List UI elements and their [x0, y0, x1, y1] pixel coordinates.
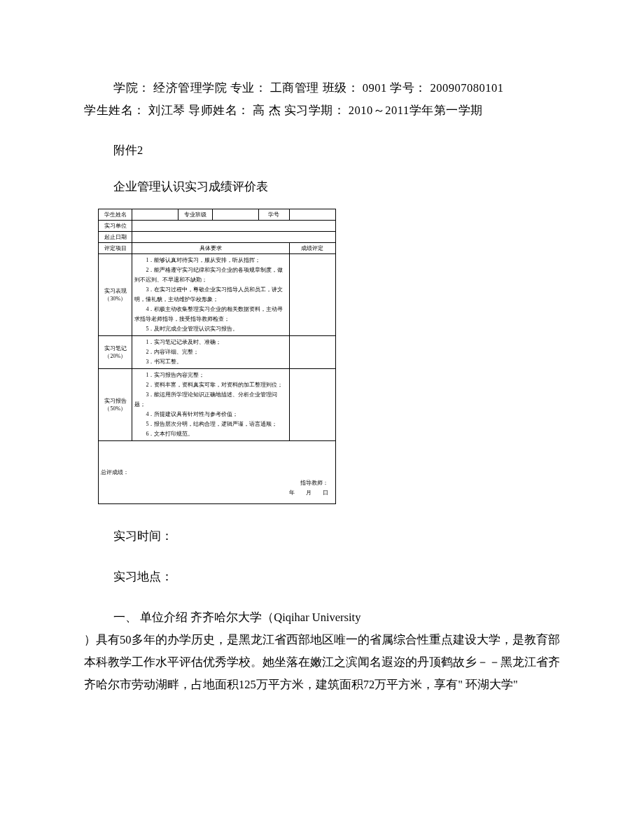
section-1-body: ）具有50多年的办学历史，是黑龙江省西部地区唯一的省属综合性重点建设大学，是教育…: [84, 629, 560, 696]
col-evaluation-item: 评定项目: [99, 243, 132, 254]
row-report-req: 1．实习报告内容完整； 2．资料丰富，资料真实可靠，对资料的加工整理到位； 3．…: [132, 369, 290, 441]
cell-major-class-label: 专业班级: [178, 209, 212, 221]
evaluation-table: 学生姓名 专业班级 学号 实习单位 起止日期 评定项目 具体要求 成绩评定 实习…: [98, 209, 336, 504]
row-performance-label: 实习表现（30%）: [99, 254, 132, 336]
row-notes-score: [289, 336, 335, 369]
table-row: 起止日期: [99, 232, 336, 243]
table-row: 评定项目 具体要求 成绩评定: [99, 243, 336, 254]
total-score-label: 总评成绩：: [101, 469, 129, 475]
row-performance-req: 1．能够认真对待实习，服从安排，听从指挥； 2．能严格遵守实习纪律和实习企业的各…: [132, 254, 290, 336]
row-performance-score: [289, 254, 335, 336]
total-score-cell: 总评成绩： 指导教师： 年 月 日: [99, 441, 336, 504]
document-page: 学院： 经济管理学院 专业： 工商管理 班级： 0901 学号： 2009070…: [0, 0, 644, 696]
cell-student-name-label: 学生姓名: [99, 209, 132, 221]
table-row: 实习单位: [99, 221, 336, 232]
cell-student-name-value: [132, 209, 178, 221]
col-score: 成绩评定: [289, 243, 335, 254]
internship-time-label: 实习时间：: [84, 525, 560, 548]
table-row: 实习笔记（20%） 1．实习笔记记录及时、准确； 2．内容详细、完整； 3．书写…: [99, 336, 336, 369]
table-row: 学生姓名 专业班级 学号: [99, 209, 336, 221]
attachment-label: 附件2: [84, 143, 560, 158]
cell-student-id-label: 学号: [258, 209, 289, 221]
header-line-1: 学院： 经济管理学院 专业： 工商管理 班级： 0901 学号： 2009070…: [84, 77, 560, 99]
date-label: 年 月 日: [289, 488, 328, 498]
signature-area: 指导教师： 年 月 日: [289, 478, 328, 498]
row-report-label: 实习报告（50%）: [99, 369, 132, 441]
cell-student-id-value: [289, 209, 335, 221]
col-requirements: 具体要求: [132, 243, 290, 254]
body-text: 实习时间： 实习地点： 一、 单位介绍 齐齐哈尔大学（Qiqihar Unive…: [84, 525, 560, 696]
table-row: 总评成绩： 指导教师： 年 月 日: [99, 441, 336, 504]
table-title: 企业管理认识实习成绩评价表: [84, 179, 560, 195]
row-notes-req: 1．实习笔记记录及时、准确； 2．内容详细、完整； 3．书写工整。: [132, 336, 290, 369]
row-report-score: [289, 369, 335, 441]
row-notes-label: 实习笔记（20%）: [99, 336, 132, 369]
table-row: 实习报告（50%） 1．实习报告内容完整； 2．资料丰富，资料真实可靠，对资料的…: [99, 369, 336, 441]
cell-date-range-value: [132, 232, 336, 243]
teacher-signature-label: 指导教师：: [289, 478, 328, 488]
header-line-2: 学生姓名： 刘江琴 导师姓名： 高 杰 实习学期： 2010～2011学年第一学…: [84, 99, 560, 122]
table-row: 实习表现（30%） 1．能够认真对待实习，服从安排，听从指挥； 2．能严格遵守实…: [99, 254, 336, 336]
cell-internship-unit-value: [132, 221, 336, 232]
cell-major-class-value: [212, 209, 258, 221]
internship-place-label: 实习地点：: [84, 566, 560, 588]
cell-date-range-label: 起止日期: [99, 232, 132, 243]
section-1-heading: 一、 单位介绍 齐齐哈尔大学（Qiqihar University: [84, 606, 560, 629]
cell-internship-unit-label: 实习单位: [99, 221, 132, 232]
